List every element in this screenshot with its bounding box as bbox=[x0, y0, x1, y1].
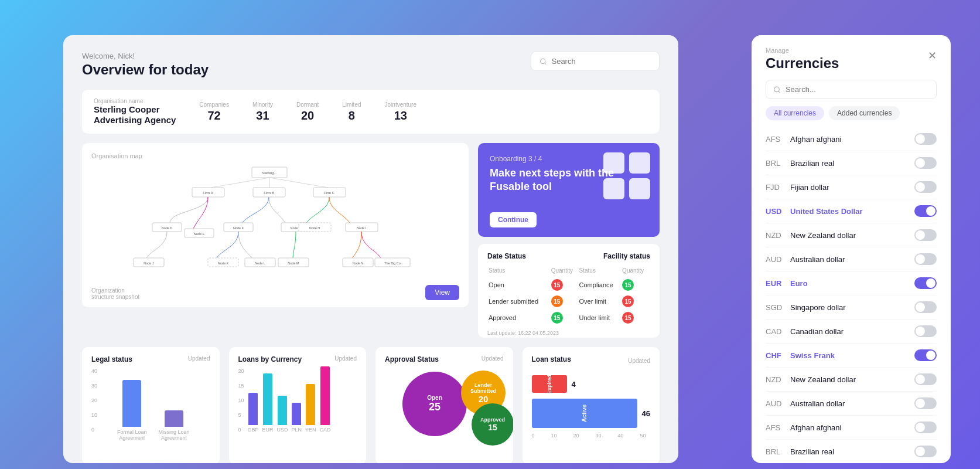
shape-1 bbox=[603, 152, 624, 174]
currency-row: BRL Brazilian real bbox=[766, 151, 937, 175]
org-label: Organisation name bbox=[94, 98, 176, 104]
status-header: Date Status Facility status bbox=[487, 252, 650, 260]
bar-missing-label: Missing LoanAgreement bbox=[159, 429, 190, 441]
currency-code: SGD bbox=[766, 303, 790, 312]
loans-chart: 20 15 10 5 0 GBP EUR bbox=[238, 368, 357, 433]
legal-status-card: Legal status Updated 40 30 20 10 0 Forma… bbox=[82, 347, 220, 463]
legal-chart: 40 30 20 10 0 Formal LoanAgreement Missi… bbox=[91, 368, 210, 441]
loan-status-title: Loan status bbox=[532, 355, 571, 363]
svg-line-3 bbox=[211, 178, 269, 188]
currencies-panel: Manage Currencies ✕ All currencies Added… bbox=[752, 35, 951, 463]
stat-limited: Limited 8 bbox=[342, 101, 361, 123]
currency-name: Brazilian real bbox=[790, 447, 914, 456]
svg-point-36 bbox=[774, 87, 780, 92]
panel-title-block: Manage Currencies bbox=[766, 47, 839, 72]
currency-toggle[interactable] bbox=[914, 157, 937, 169]
currency-toggle[interactable] bbox=[914, 373, 937, 385]
currency-row: AUD Australian dollar bbox=[766, 247, 937, 271]
shape-4 bbox=[629, 178, 650, 199]
bubble-chart: Open 25 LenderSubmitted 20 Approved 15 bbox=[385, 366, 504, 448]
title-block: Welcome, Nick! Overview for today bbox=[82, 52, 209, 78]
close-button[interactable]: ✕ bbox=[928, 49, 937, 62]
loans-updated: Updated bbox=[334, 355, 357, 362]
currency-toggle[interactable] bbox=[914, 277, 937, 289]
org-map-title: Organisation map bbox=[91, 152, 459, 159]
panel-search-input[interactable] bbox=[786, 85, 929, 94]
manage-label: Manage bbox=[766, 47, 839, 54]
onboarding-shapes bbox=[603, 152, 650, 199]
filter-added-button[interactable]: Added currencies bbox=[829, 106, 900, 120]
currency-toggle[interactable] bbox=[914, 229, 937, 241]
svg-text:Node N: Node N bbox=[353, 261, 364, 265]
currency-code: AUD bbox=[766, 255, 790, 264]
bubble-approved: Approved 15 bbox=[472, 403, 513, 446]
filter-all-button[interactable]: All currencies bbox=[766, 106, 824, 120]
currency-row: FJD Fijian dollar bbox=[766, 175, 937, 199]
currency-toggle[interactable] bbox=[914, 349, 937, 361]
stat-dormant: Dormant 20 bbox=[296, 101, 319, 123]
currency-toggle[interactable] bbox=[914, 446, 937, 457]
currency-row: AFS Afghan afghani bbox=[766, 416, 937, 440]
svg-line-5 bbox=[269, 178, 328, 188]
currency-toggle[interactable] bbox=[914, 181, 937, 193]
currency-toggle[interactable] bbox=[914, 133, 937, 145]
badge-approved: 15 bbox=[551, 312, 563, 324]
facility-status-title: Facility status bbox=[603, 252, 650, 260]
svg-text:Node J: Node J bbox=[144, 261, 154, 265]
svg-text:Firm B: Firm B bbox=[264, 191, 274, 195]
svg-text:Node E: Node E bbox=[194, 232, 205, 236]
currency-toggle[interactable] bbox=[914, 301, 937, 313]
currency-code: AFS bbox=[766, 423, 790, 432]
search-bar[interactable] bbox=[531, 52, 660, 71]
currency-toggle[interactable] bbox=[914, 325, 937, 337]
org-map-svg: Sterling... Firm A Firm B Firm C bbox=[91, 164, 459, 281]
currency-name: Afghan afghani bbox=[790, 423, 914, 432]
table-row: Lender submitted 15 Over limit 15 bbox=[489, 294, 649, 309]
search-icon bbox=[539, 57, 547, 66]
currency-code: CAD bbox=[766, 327, 790, 336]
header-row: Welcome, Nick! Overview for today bbox=[82, 52, 660, 78]
loans-y-axis: 20 15 10 5 0 bbox=[238, 368, 244, 433]
badge-overlimit: 15 bbox=[622, 295, 634, 307]
currency-row: BRL Brazilian real bbox=[766, 440, 937, 463]
panel-search-icon bbox=[773, 86, 781, 94]
bar-formal-rect bbox=[122, 380, 141, 427]
x-axis: 0 10 20 30 40 50 bbox=[532, 433, 651, 439]
svg-text:Firm C: Firm C bbox=[324, 191, 335, 195]
view-button[interactable]: View bbox=[425, 285, 459, 300]
welcome-text: Welcome, Nick! bbox=[82, 52, 209, 60]
search-input[interactable] bbox=[551, 57, 651, 66]
currency-row: CHF Swiss Frank bbox=[766, 344, 937, 368]
currency-toggle[interactable] bbox=[914, 205, 937, 217]
currency-toggle[interactable] bbox=[914, 422, 937, 433]
loans-currency-card: Loans by Currency Updated 20 15 10 5 0 G… bbox=[229, 347, 367, 463]
panel-search[interactable] bbox=[766, 80, 937, 99]
continue-button[interactable]: Continue bbox=[490, 212, 537, 227]
approval-updated: Updated bbox=[482, 355, 504, 362]
currency-row: NZD New Zealand dollar bbox=[766, 368, 937, 392]
svg-text:Node K: Node K bbox=[218, 261, 229, 265]
table-row: Open 15 Compliance 15 bbox=[489, 277, 649, 293]
svg-text:Node H: Node H bbox=[309, 226, 320, 230]
svg-text:Node M: Node M bbox=[288, 261, 299, 265]
currency-toggle[interactable] bbox=[914, 253, 937, 265]
loan-status-card: Loan status Updated Expired 4 Active 46 bbox=[523, 347, 660, 463]
legal-bars: Formal LoanAgreement Missing LoanAgreeme… bbox=[101, 376, 190, 441]
badge-compliance: 15 bbox=[622, 279, 634, 291]
content-row: Organisation map Sterling... Firm A Firm… bbox=[82, 143, 660, 338]
currency-name: Euro bbox=[790, 279, 914, 288]
org-name-block: Organisation name Sterling CooperAdverti… bbox=[94, 98, 176, 125]
currency-toggle[interactable] bbox=[914, 397, 937, 409]
org-footer: Organizationstructure snapshot bbox=[91, 287, 139, 300]
currency-row: AFS Afghan afghani bbox=[766, 127, 937, 151]
main-panel: Welcome, Nick! Overview for today Organi… bbox=[63, 35, 678, 463]
currency-name: Swiss Frank bbox=[790, 351, 914, 360]
svg-text:Node D: Node D bbox=[162, 226, 173, 230]
stat-minority: Minority 31 bbox=[252, 101, 273, 123]
approval-status-card: Approval Status Updated Open 25 LenderSu… bbox=[375, 347, 513, 463]
svg-text:Node I: Node I bbox=[357, 226, 367, 230]
onboarding-card: Onboarding 3 / 4 Make next steps with th… bbox=[478, 143, 660, 237]
currency-code: CHF bbox=[766, 351, 790, 360]
bar-eur: EUR bbox=[262, 373, 274, 433]
currency-code: BRL bbox=[766, 447, 790, 456]
